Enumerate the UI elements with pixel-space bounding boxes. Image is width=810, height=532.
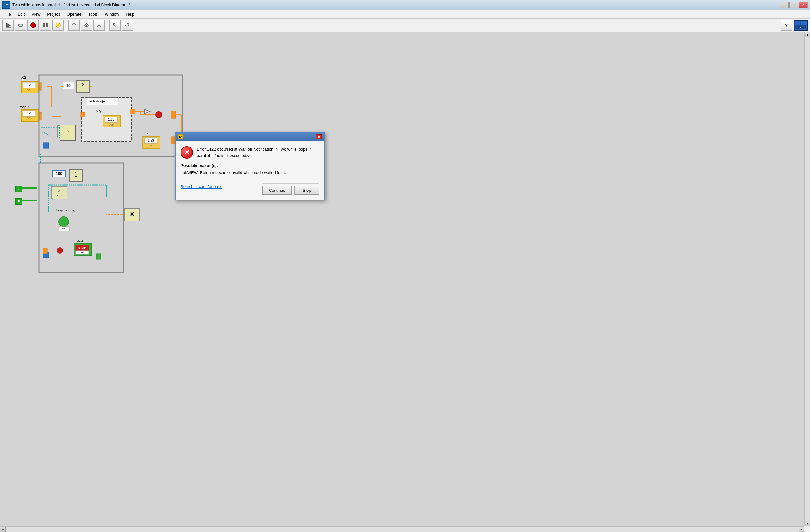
- undo-button[interactable]: [109, 20, 120, 31]
- title-bar: LV Two while loops in parallel - 2nd isn…: [0, 0, 810, 10]
- possible-reasons-title: Possible reason(s):: [181, 163, 319, 168]
- svg-rect-4: [46, 23, 48, 28]
- svg-rect-1: [6, 27, 11, 28]
- dialog-title-icon: LV: [178, 134, 183, 139]
- minimize-button[interactable]: ─: [780, 2, 789, 9]
- help-button[interactable]: ?: [781, 20, 792, 31]
- svg-point-6: [57, 25, 59, 26]
- scrollbar-bottom: ◄ ►: [0, 526, 804, 532]
- toolbar-separator-1: [66, 21, 66, 30]
- scroll-right-track[interactable]: [805, 37, 810, 521]
- dialog-overlay: LV × ✕ Error 1122 occurred at Wait on No…: [0, 32, 804, 526]
- possible-reasons-section: Possible reason(s): LabVIEW: Refnum beca…: [181, 163, 319, 176]
- dialog-close-button[interactable]: ×: [316, 134, 322, 139]
- dialog-buttons: Continue Stop: [262, 183, 319, 195]
- menu-window[interactable]: Window: [101, 11, 122, 17]
- menu-bar: File Edit View Project Operate Tools Win…: [0, 10, 810, 19]
- menu-edit[interactable]: Edit: [15, 11, 28, 17]
- scroll-down-button[interactable]: ▼: [805, 521, 810, 526]
- error-dialog: LV × ✕ Error 1122 occurred at Wait on No…: [175, 132, 325, 200]
- menu-help[interactable]: Help: [123, 11, 137, 17]
- scrollbar-right: ▲ ▼: [804, 32, 810, 526]
- search-ni-com-link[interactable]: Search ni.com for error: [181, 184, 222, 189]
- menu-operate[interactable]: Operate: [64, 11, 85, 17]
- error-title-text: Error 1122 occurred at Wait on Notificat…: [197, 146, 319, 158]
- svg-marker-0: [6, 23, 10, 28]
- svg-rect-3: [44, 23, 45, 28]
- menu-project[interactable]: Project: [44, 11, 63, 17]
- highlight-button[interactable]: [52, 20, 64, 31]
- redo-button[interactable]: [122, 20, 133, 31]
- pause-button[interactable]: [40, 20, 51, 31]
- step-out-button[interactable]: [93, 20, 104, 31]
- svg-rect-12: [801, 22, 806, 25]
- menu-file[interactable]: File: [1, 11, 14, 17]
- possible-reasons-body: LabVIEW: Refnum became invalid while nod…: [181, 170, 319, 176]
- window-title: Two while loops in parallel - 2nd isn't …: [13, 2, 130, 7]
- error-row: ✕ Error 1122 occurred at Wait on Notific…: [181, 146, 319, 159]
- scroll-up-button[interactable]: ▲: [805, 32, 810, 37]
- abort-button[interactable]: [28, 20, 39, 31]
- vi-thumbnail: 2: [794, 20, 808, 31]
- step-over-button[interactable]: [68, 20, 80, 31]
- dialog-titlebar: LV ×: [176, 132, 324, 141]
- toolbar-separator-2: [107, 21, 107, 30]
- step-into-button[interactable]: [81, 20, 92, 31]
- close-button[interactable]: ✕: [799, 2, 808, 9]
- main-canvas: F F 10 100 ⏱ ⏱ ◄ False ▶ X0 1.23 DEL: [0, 32, 804, 526]
- stop-button[interactable]: Stop: [294, 186, 319, 195]
- dialog-body: ✕ Error 1122 occurred at Wait on Notific…: [176, 141, 324, 199]
- scroll-left-button[interactable]: ◄: [0, 527, 6, 532]
- menu-tools[interactable]: Tools: [85, 11, 101, 17]
- menu-view[interactable]: View: [29, 11, 44, 17]
- continue-button[interactable]: Continue: [262, 186, 292, 195]
- scroll-bottom-track[interactable]: [6, 527, 799, 532]
- toolbar: ? 2: [0, 19, 810, 32]
- error-icon: ✕: [181, 146, 193, 159]
- svg-rect-11: [796, 22, 800, 25]
- scroll-right-button[interactable]: ►: [799, 527, 804, 532]
- maximize-button[interactable]: □: [789, 2, 798, 9]
- svg-text:LV: LV: [179, 135, 182, 139]
- app-icon: LV: [2, 1, 10, 9]
- run-continuously-button[interactable]: [15, 20, 26, 31]
- run-arrow-button[interactable]: [2, 20, 14, 31]
